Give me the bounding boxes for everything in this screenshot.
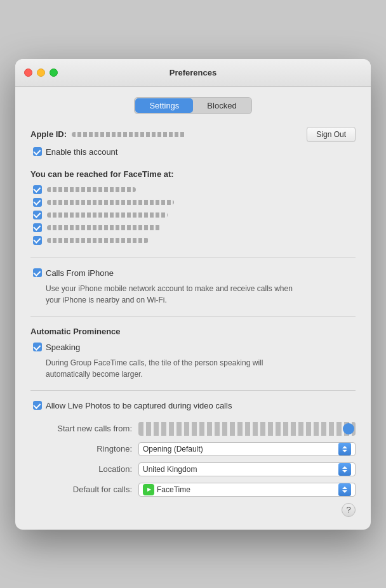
calls-from-iphone-description: Use your iPhone mobile network account t… — [30, 283, 297, 306]
contact-value-4 — [47, 225, 161, 230]
ringtone-row: Ringtone: Opening (Default) — [30, 442, 356, 456]
arrow-down-icon-3 — [342, 490, 347, 493]
default-for-calls-row: Default for calls: FaceTime — [30, 483, 356, 497]
speaking-row: Speaking — [30, 343, 356, 352]
ringtone-select[interactable]: Opening (Default) — [138, 442, 356, 456]
ringtone-arrows — [338, 443, 351, 455]
ringtone-value: Opening (Default) — [143, 445, 338, 454]
speaking-checkbox[interactable] — [33, 343, 42, 351]
content-area: Settings Blocked Apple ID: Sign Out Enab… — [15, 87, 371, 530]
tab-group: Settings Blocked — [134, 97, 251, 114]
arrow-up-icon-3 — [342, 487, 347, 489]
default-for-calls-value: FaceTime — [157, 485, 338, 494]
location-select[interactable]: United Kingdom — [138, 462, 356, 476]
contact-row-2 — [30, 198, 356, 207]
minimize-button[interactable] — [37, 69, 45, 77]
location-value: United Kingdom — [143, 465, 338, 474]
arrow-down-icon — [342, 450, 347, 452]
ringtone-label: Ringtone: — [30, 444, 132, 454]
facetime-reached-section: You can be reached for FaceTime at: — [30, 169, 356, 245]
start-new-calls-value — [138, 422, 356, 436]
contact-value-3 — [47, 212, 168, 218]
divider-1 — [30, 258, 356, 258]
arrow-up-icon — [342, 446, 347, 448]
live-photos-checkbox[interactable] — [33, 401, 42, 410]
location-row: Location: United Kingdom — [30, 462, 356, 476]
sign-out-button[interactable]: Sign Out — [307, 127, 356, 142]
speaking-description: During Group FaceTime calls, the tile of… — [30, 357, 297, 380]
help-row: ? — [30, 503, 356, 517]
titlebar: Preferences — [15, 59, 371, 87]
traffic-lights — [24, 69, 58, 77]
tab-bar: Settings Blocked — [30, 97, 356, 114]
contact-row-4 — [30, 223, 356, 232]
location-label: Location: — [30, 464, 132, 474]
contact-checkbox-1[interactable] — [33, 185, 42, 194]
contact-row-5 — [30, 236, 356, 245]
tab-settings[interactable]: Settings — [135, 98, 193, 113]
start-new-calls-dot — [343, 423, 354, 434]
contact-value-1 — [47, 187, 136, 192]
automatic-prominence-label: Automatic Prominence — [30, 327, 356, 336]
calls-from-iphone-label: Calls From iPhone — [46, 268, 114, 278]
calls-from-iphone-checkbox[interactable] — [33, 268, 42, 277]
default-for-calls-select[interactable]: FaceTime — [138, 483, 356, 497]
calls-from-iphone-row: Calls From iPhone — [30, 268, 356, 278]
contact-row-1 — [30, 185, 356, 194]
enable-account-checkbox[interactable] — [33, 147, 42, 156]
divider-3 — [30, 390, 356, 391]
arrow-up-icon-2 — [342, 466, 347, 469]
preferences-window: Preferences Settings Blocked Apple ID: S… — [15, 59, 371, 530]
start-new-calls-label: Start new calls from: — [30, 424, 132, 433]
divider-2 — [30, 316, 356, 317]
apple-id-row: Apple ID: Sign Out — [30, 127, 356, 142]
automatic-prominence-section: Automatic Prominence Speaking During Gro… — [30, 327, 356, 380]
location-arrows — [338, 463, 351, 476]
apple-id-label: Apple ID: — [30, 129, 67, 139]
contact-checkbox-4[interactable] — [33, 223, 42, 232]
enable-account-row: Enable this account — [30, 147, 356, 157]
facetime-reached-label: You can be reached for FaceTime at: — [30, 169, 356, 179]
contact-checkbox-2[interactable] — [33, 198, 42, 207]
help-button[interactable]: ? — [342, 503, 356, 517]
contact-row-3 — [30, 211, 356, 219]
contact-value-5 — [47, 238, 149, 243]
calls-from-iphone-section: Calls From iPhone Use your iPhone mobile… — [30, 268, 356, 306]
maximize-button[interactable] — [50, 69, 58, 77]
arrow-down-icon-2 — [342, 470, 347, 473]
window-title: Preferences — [170, 68, 216, 77]
speaking-label: Speaking — [46, 343, 80, 352]
enable-account-label: Enable this account — [46, 147, 117, 157]
default-for-calls-arrows — [338, 483, 351, 496]
form-rows: Start new calls from: Ringtone: Opening … — [30, 422, 356, 497]
live-photos-label: Allow Live Photos to be captured during … — [46, 401, 232, 410]
start-new-calls-row: Start new calls from: — [30, 422, 356, 436]
contact-value-2 — [47, 200, 174, 205]
live-photos-row: Allow Live Photos to be captured during … — [30, 401, 356, 410]
contact-checkbox-3[interactable] — [33, 211, 42, 219]
apple-id-value — [72, 132, 186, 137]
tab-blocked[interactable]: Blocked — [193, 98, 250, 113]
facetime-app-icon — [143, 484, 154, 495]
close-button[interactable] — [24, 69, 32, 77]
contact-checkbox-5[interactable] — [33, 236, 42, 245]
default-for-calls-label: Default for calls: — [30, 485, 132, 494]
